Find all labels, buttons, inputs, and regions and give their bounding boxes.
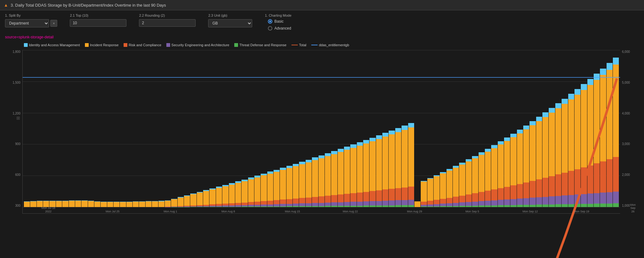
bar-segment: [261, 201, 267, 205]
bar-segment: [395, 200, 401, 205]
x-axis-label: Mon Aug 22: [343, 210, 358, 213]
bar-segment: [485, 149, 491, 152]
split-by-dropdown[interactable]: Department: [5, 19, 49, 27]
bar-segment: [325, 153, 331, 156]
bar-segment: [331, 195, 337, 203]
bar-segment: [75, 201, 81, 207]
bar-segment: [152, 201, 158, 207]
bar-segment: [344, 147, 350, 150]
bar-group: [613, 50, 619, 207]
bar-group: [530, 50, 536, 207]
bar-segment: [613, 203, 619, 207]
bar-group: [440, 50, 446, 207]
bar-group: [562, 50, 568, 207]
bar-segment: [133, 202, 139, 207]
bar-segment: [594, 204, 600, 207]
bar-segment: [562, 204, 568, 207]
bar-segment: [338, 152, 344, 194]
bar-group: [542, 50, 548, 207]
radio-advanced[interactable]: Advanced: [268, 26, 291, 31]
radio-advanced-circle: [268, 26, 272, 31]
radio-basic[interactable]: Basic: [268, 19, 291, 24]
bar-group: [325, 50, 331, 207]
bar-segment: [568, 204, 574, 207]
bar-segment: [485, 191, 491, 201]
bar-segment: [267, 174, 273, 201]
bar-segment: [613, 58, 619, 64]
bar-segment: [325, 203, 331, 206]
bar-group: [600, 50, 606, 207]
bar-segment: [587, 204, 593, 207]
bar-segment: [43, 201, 49, 207]
bar-segment: [536, 117, 542, 121]
top-input[interactable]: [70, 19, 126, 27]
bar-segment: [319, 155, 325, 158]
bar-segment: [229, 203, 235, 205]
bar-segment: [402, 200, 408, 205]
bar-segment: [523, 126, 529, 130]
bar-group: [69, 50, 75, 207]
bar-segment: [568, 171, 574, 195]
bar-segment: [306, 162, 312, 198]
y-axis-right-label: 1,000: [622, 204, 630, 207]
bar-segment: [510, 137, 516, 186]
unit-dropdown[interactable]: GB TB MB: [208, 19, 252, 27]
bar-segment: [274, 172, 280, 200]
bar-segment: [542, 197, 548, 205]
rounding-input[interactable]: [139, 19, 196, 27]
bar-group: [126, 50, 132, 207]
x-axis-label: Mon Sep 19: [574, 210, 589, 213]
bar-group: [466, 50, 472, 207]
x-axis-label: Mon Jul 25: [106, 210, 119, 213]
bar-segment: [491, 200, 497, 205]
bar-segment: [510, 199, 516, 205]
bar-group: [427, 50, 433, 207]
bar-segment: [485, 152, 491, 191]
bar-segment: [331, 202, 337, 206]
bar-group: [607, 50, 613, 207]
bar-segment: [607, 192, 613, 204]
bar-segment: [325, 196, 331, 203]
bar-segment: [555, 196, 561, 205]
bar-segment: [517, 184, 523, 199]
bar-segment: [447, 171, 452, 198]
bar-segment: [395, 188, 401, 200]
bar-segment: [607, 204, 613, 207]
bar-group: [75, 50, 81, 207]
bar-segment: [498, 188, 504, 200]
bar-segment: [331, 154, 337, 195]
bar-group: [369, 50, 375, 207]
bar-segment: [357, 146, 363, 193]
bar-segment: [280, 168, 286, 170]
bar-segment: [530, 121, 536, 125]
bar-group: [485, 50, 491, 207]
bar-group: [421, 50, 427, 207]
radio-advanced-label: Advanced: [274, 26, 291, 31]
bar-group: [338, 50, 344, 207]
bar-segment: [594, 80, 600, 163]
title-icon: ▲: [4, 3, 8, 8]
y-axis-right-label: 4,000: [622, 112, 630, 115]
bar-group: [344, 50, 350, 207]
bar-segment: [235, 203, 241, 205]
clear-split-by-button[interactable]: ×: [50, 20, 57, 27]
bar-segment: [344, 150, 350, 194]
bar-segment: [402, 126, 408, 130]
bar-segment: [274, 170, 280, 172]
bar-group: [414, 50, 420, 207]
bar-segment: [459, 196, 465, 203]
source-label: source=splunk-storage-detail: [0, 34, 644, 42]
bar-group: [312, 50, 318, 207]
bar-segment: [536, 121, 542, 179]
bar-segment: [421, 182, 427, 202]
bar-segment: [453, 197, 459, 203]
bar-segment: [504, 187, 510, 199]
bar-segment: [485, 201, 491, 205]
bar-segment: [267, 201, 273, 205]
x-axis-label: Mon Sep 5: [465, 210, 479, 213]
bar-segment: [363, 143, 369, 192]
y-axis-left-label: 300: [15, 204, 20, 207]
bar-segment: [434, 204, 440, 206]
legend-item: Threat Defense and Response: [234, 43, 286, 47]
bar-group: [350, 50, 356, 207]
